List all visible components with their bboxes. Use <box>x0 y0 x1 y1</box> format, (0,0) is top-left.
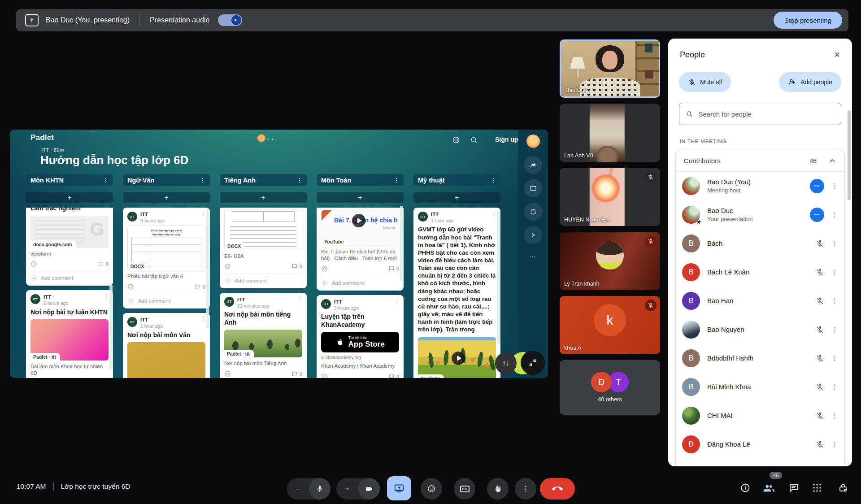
contributors-header[interactable]: Contributors 46 <box>676 150 844 172</box>
add-comment-field[interactable]: +Add comment <box>30 271 109 282</box>
reaction-smiley-icon[interactable] <box>321 373 328 378</box>
signup-button[interactable]: Sign up <box>495 136 518 143</box>
post-card[interactable]: ⋮ ITT ITT1 hour ago GVMT lớp 6D gửi vide… <box>413 208 500 378</box>
post-card[interactable]: ⋮ ITT ITT3 hours ago Phiếu bài tập Ngữ v… <box>123 208 210 308</box>
slideshow-icon[interactable] <box>524 226 542 244</box>
add-comment-field[interactable]: +Add comment <box>224 274 302 284</box>
column-menu-icon[interactable]: ⋮ <box>394 177 399 183</box>
more-options-icon[interactable]: ⋮ <box>831 211 838 219</box>
camera-options-chevron-icon[interactable] <box>336 478 358 500</box>
participant-row[interactable]: Đ Đăng Khoa Lê ⋮ <box>676 430 844 459</box>
post-card[interactable]: Làm trắc nghiệm G docs.google.com viewfo… <box>26 208 113 286</box>
card-menu-icon[interactable]: ⋮ <box>201 211 206 217</box>
participant-row[interactable]: B Bao Han ⋮ <box>676 287 844 315</box>
present-button-active[interactable] <box>387 476 411 500</box>
more-options-icon[interactable]: ⋮ <box>831 354 838 362</box>
post-card[interactable]: ⋮ ITT ITT2 hours ago Nơi nộp bài tự luận… <box>26 290 113 378</box>
document-preview[interactable]: Phiếu bài tập Ngữ văn 6Văn bản: Mây và s… <box>127 226 205 270</box>
presentation-audio-toggle[interactable] <box>218 14 242 26</box>
stop-presenting-button[interactable]: Stop presenting <box>774 12 842 29</box>
participant-row[interactable]: B Bùi Minh Khoa ⋮ <box>676 373 844 401</box>
meeting-details-button[interactable] <box>740 482 751 493</box>
more-options-icon[interactable]: ⋮ <box>831 440 838 448</box>
reaction-smiley-icon[interactable] <box>321 265 328 272</box>
participant-row[interactable]: B Bdbdbfhf Hshfh ⋮ <box>676 344 844 373</box>
video-tile-lan-anh-vu[interactable]: Lan Anh Vũ <box>560 104 660 162</box>
raise-hand-button[interactable] <box>487 478 509 500</box>
card-menu-icon[interactable]: ⋮ <box>201 316 206 322</box>
participant-row[interactable]: B Bách Lê Xuân ⋮ <box>676 258 844 287</box>
play-button[interactable] <box>452 352 465 365</box>
close-icon[interactable]: ✕ <box>834 50 840 60</box>
reaction-smiley-icon[interactable] <box>224 263 231 270</box>
column-header[interactable]: Môn KHTN ⋮ <box>26 174 113 186</box>
post-image[interactable]: Padlet · itt <box>224 330 302 357</box>
search-icon[interactable] <box>470 136 478 144</box>
add-post-bar[interactable]: + <box>220 192 307 203</box>
share-icon[interactable] <box>524 156 542 174</box>
video-preview[interactable]: Bài 7. Quan hệ chia h Ước và YouTube <box>321 210 399 246</box>
card-menu-icon[interactable]: ⋮ <box>491 211 496 217</box>
column-header[interactable]: Ngữ Văn ⋮ <box>123 174 210 186</box>
column-scrollbar[interactable] <box>400 206 403 281</box>
post-card[interactable]: ⋮ ITT ITT3 hours ago Luyện tập trên Khan… <box>317 295 404 378</box>
add-post-bar[interactable]: + <box>26 192 113 203</box>
participant-row[interactable]: Bao Nguyen ⋮ <box>676 315 844 344</box>
mic-icon[interactable] <box>309 478 330 500</box>
column-scrollbar[interactable] <box>206 209 209 329</box>
mic-control[interactable]: ⋯ <box>287 478 330 500</box>
add-comment-field[interactable]: +Add comment <box>321 276 399 287</box>
column-menu-icon[interactable]: ⋮ <box>200 177 205 183</box>
add-post-bar[interactable]: + <box>123 192 210 203</box>
panel-scrollbar[interactable] <box>848 110 851 200</box>
column-menu-icon[interactable]: ⋮ <box>491 177 496 183</box>
participant-row[interactable]: B Bách ⋮ <box>676 229 844 258</box>
search-box[interactable] <box>679 103 841 125</box>
link-preview[interactable]: G docs.google.com <box>30 216 109 248</box>
column-menu-icon[interactable]: ⋮ <box>103 177 109 183</box>
card-menu-icon[interactable]: ⋮ <box>298 296 303 302</box>
more-options-icon[interactable]: ⋮ <box>831 268 838 276</box>
reactions-button[interactable] <box>421 478 442 500</box>
participant-row[interactable]: Bao DucYour presentation •••⋮ <box>676 200 844 229</box>
card-menu-icon[interactable]: ⋮ <box>395 298 400 304</box>
exit-fullscreen-button[interactable] <box>521 351 545 375</box>
captions-button[interactable]: CC <box>454 478 475 500</box>
app-store-badge[interactable]: Tải về trênApp Store <box>321 332 399 352</box>
more-options-icon[interactable]: ⋮ <box>831 326 838 334</box>
column-menu-icon[interactable]: ⋮ <box>297 177 302 183</box>
add-post-bar[interactable]: + <box>413 192 500 203</box>
leave-call-button[interactable] <box>540 478 575 500</box>
post-card[interactable]: DOCX E6- U2A 0 +Add comment <box>220 208 307 288</box>
bell-icon[interactable] <box>524 203 542 221</box>
post-image[interactable] <box>127 342 205 378</box>
participant-row[interactable]: Bao Duc (You)Meeting host •••⋮ <box>676 172 844 200</box>
video-tile-bao-duc[interactable]: Bao Duc <box>560 39 660 98</box>
column-header[interactable]: Tiếng Anh ⋮ <box>220 174 307 186</box>
video-tile-ly-tran-khanh[interactable]: Ly Tran khanh <box>560 232 660 290</box>
activities-button[interactable] <box>812 482 822 493</box>
overflow-participants-tile[interactable]: Đ T 40 others <box>560 360 660 415</box>
video-preview[interactable]: YouTube <box>418 337 496 378</box>
globe-icon[interactable] <box>452 136 460 144</box>
more-options-icon[interactable]: ⋮ <box>831 297 838 305</box>
post-card[interactable]: ⋮ ITT ITT21 minutes ago Nơi nộp bài môn … <box>220 293 307 378</box>
host-controls-button[interactable] <box>838 482 848 493</box>
more-options-icon[interactable]: ⋮ <box>831 412 838 420</box>
add-post-bar[interactable]: + <box>317 192 404 203</box>
mic-options-icon[interactable]: ⋯ <box>287 478 309 500</box>
more-options-button[interactable]: ⋮ <box>515 478 536 500</box>
card-menu-icon[interactable]: ⋮ <box>104 293 109 299</box>
column-header[interactable]: Môn Toán ⋮ <box>317 174 404 186</box>
play-button[interactable] <box>352 214 365 227</box>
participant-row[interactable]: CHI MAI ⋮ <box>676 401 844 430</box>
add-people-button[interactable]: Add people <box>779 72 841 92</box>
scroll-presentation-button[interactable]: ↑↓ <box>495 352 517 374</box>
video-tile-huyen-nguyen[interactable]: HUYEN NGUYEN <box>560 168 660 226</box>
more-options-icon[interactable]: ⋮ <box>831 182 838 190</box>
board-icon[interactable] <box>524 179 542 197</box>
post-card[interactable]: ⋮ ITT ITT1 hour ago Nơi nộp bài môn Văn <box>123 313 210 378</box>
column-header[interactable]: Mỹ thuật ⋮ <box>413 174 500 186</box>
more-options-icon[interactable]: ⋯ <box>530 253 536 260</box>
audio-indicator-button[interactable]: ••• <box>810 208 824 222</box>
